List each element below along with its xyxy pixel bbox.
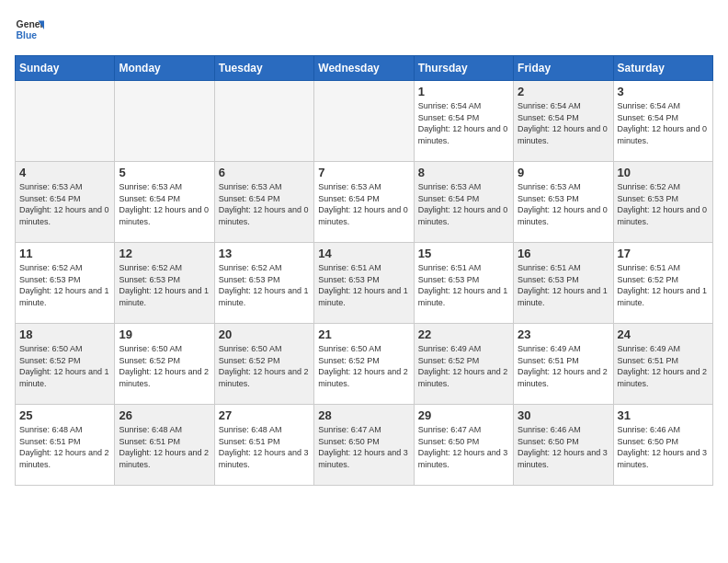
day-number: 23 <box>518 327 609 341</box>
day-info: Sunrise: 6:52 AM Sunset: 6:53 PM Dayligh… <box>219 262 310 308</box>
day-info: Sunrise: 6:48 AM Sunset: 6:51 PM Dayligh… <box>119 424 210 470</box>
day-number: 26 <box>119 408 210 422</box>
day-number: 2 <box>518 85 609 98</box>
day-info: Sunrise: 6:54 AM Sunset: 6:54 PM Dayligh… <box>518 100 609 146</box>
day-info: Sunrise: 6:47 AM Sunset: 6:50 PM Dayligh… <box>418 424 509 470</box>
day-number: 11 <box>19 247 110 260</box>
calendar-cell: 14Sunrise: 6:51 AM Sunset: 6:53 PM Dayli… <box>314 243 414 324</box>
calendar-cell: 24Sunrise: 6:49 AM Sunset: 6:51 PM Dayli… <box>613 324 712 405</box>
day-number: 16 <box>518 247 609 260</box>
weekday-header-thursday: Thursday <box>414 56 513 81</box>
day-info: Sunrise: 6:51 AM Sunset: 6:53 PM Dayligh… <box>418 262 509 308</box>
day-number: 13 <box>219 247 310 260</box>
day-info: Sunrise: 6:51 AM Sunset: 6:53 PM Dayligh… <box>518 262 609 308</box>
calendar-cell: 6Sunrise: 6:53 AM Sunset: 6:54 PM Daylig… <box>214 162 313 243</box>
calendar-cell: 27Sunrise: 6:48 AM Sunset: 6:51 PM Dayli… <box>214 405 313 486</box>
calendar-cell: 11Sunrise: 6:52 AM Sunset: 6:53 PM Dayli… <box>16 243 115 324</box>
calendar-cell: 29Sunrise: 6:47 AM Sunset: 6:50 PM Dayli… <box>414 405 513 486</box>
day-number: 28 <box>318 408 409 422</box>
calendar-week-1: 1Sunrise: 6:54 AM Sunset: 6:54 PM Daylig… <box>16 81 713 162</box>
calendar-cell: 7Sunrise: 6:53 AM Sunset: 6:54 PM Daylig… <box>314 162 414 243</box>
calendar-cell: 17Sunrise: 6:51 AM Sunset: 6:52 PM Dayli… <box>613 243 712 324</box>
calendar-cell: 30Sunrise: 6:46 AM Sunset: 6:50 PM Dayli… <box>514 405 613 486</box>
day-info: Sunrise: 6:53 AM Sunset: 6:53 PM Dayligh… <box>518 181 609 227</box>
weekday-header-sunday: Sunday <box>16 56 115 81</box>
calendar-cell: 4Sunrise: 6:53 AM Sunset: 6:54 PM Daylig… <box>16 162 115 243</box>
calendar-cell: 13Sunrise: 6:52 AM Sunset: 6:53 PM Dayli… <box>214 243 313 324</box>
calendar-cell: 31Sunrise: 6:46 AM Sunset: 6:50 PM Dayli… <box>613 405 712 486</box>
day-info: Sunrise: 6:53 AM Sunset: 6:54 PM Dayligh… <box>219 181 310 227</box>
day-number: 12 <box>119 247 210 260</box>
day-info: Sunrise: 6:54 AM Sunset: 6:54 PM Dayligh… <box>618 100 709 146</box>
calendar-cell: 20Sunrise: 6:50 AM Sunset: 6:52 PM Dayli… <box>214 324 313 405</box>
day-info: Sunrise: 6:53 AM Sunset: 6:54 PM Dayligh… <box>318 181 409 227</box>
day-info: Sunrise: 6:53 AM Sunset: 6:54 PM Dayligh… <box>418 181 509 227</box>
day-number: 19 <box>119 327 210 341</box>
day-info: Sunrise: 6:46 AM Sunset: 6:50 PM Dayligh… <box>618 424 709 470</box>
calendar-cell: 23Sunrise: 6:49 AM Sunset: 6:51 PM Dayli… <box>514 324 613 405</box>
calendar-cell: 12Sunrise: 6:52 AM Sunset: 6:53 PM Dayli… <box>115 243 214 324</box>
day-number: 30 <box>518 408 609 422</box>
day-info: Sunrise: 6:46 AM Sunset: 6:50 PM Dayligh… <box>518 424 609 470</box>
day-info: Sunrise: 6:49 AM Sunset: 6:51 PM Dayligh… <box>618 343 709 389</box>
calendar-cell: 25Sunrise: 6:48 AM Sunset: 6:51 PM Dayli… <box>16 405 115 486</box>
day-info: Sunrise: 6:48 AM Sunset: 6:51 PM Dayligh… <box>19 424 110 470</box>
calendar-week-4: 18Sunrise: 6:50 AM Sunset: 6:52 PM Dayli… <box>16 324 713 405</box>
calendar-cell: 22Sunrise: 6:49 AM Sunset: 6:52 PM Dayli… <box>414 324 513 405</box>
weekday-header-tuesday: Tuesday <box>214 56 313 81</box>
day-number: 4 <box>19 166 110 179</box>
calendar-cell: 21Sunrise: 6:50 AM Sunset: 6:52 PM Dayli… <box>314 324 414 405</box>
day-number: 8 <box>418 166 509 179</box>
day-info: Sunrise: 6:52 AM Sunset: 6:53 PM Dayligh… <box>19 262 110 308</box>
calendar-cell: 1Sunrise: 6:54 AM Sunset: 6:54 PM Daylig… <box>414 81 513 162</box>
day-number: 20 <box>219 327 310 341</box>
day-info: Sunrise: 6:51 AM Sunset: 6:53 PM Dayligh… <box>318 262 409 308</box>
calendar-table: SundayMondayTuesdayWednesdayThursdayFrid… <box>15 55 713 486</box>
calendar-cell <box>115 81 214 162</box>
day-info: Sunrise: 6:53 AM Sunset: 6:54 PM Dayligh… <box>19 181 110 227</box>
day-info: Sunrise: 6:49 AM Sunset: 6:52 PM Dayligh… <box>418 343 509 389</box>
calendar-cell: 19Sunrise: 6:50 AM Sunset: 6:52 PM Dayli… <box>115 324 214 405</box>
day-number: 17 <box>618 247 709 260</box>
svg-text:Blue: Blue <box>17 30 38 40</box>
day-number: 7 <box>318 166 409 179</box>
day-number: 25 <box>19 408 110 422</box>
calendar-cell: 15Sunrise: 6:51 AM Sunset: 6:53 PM Dayli… <box>414 243 513 324</box>
calendar-cell: 18Sunrise: 6:50 AM Sunset: 6:52 PM Dayli… <box>16 324 115 405</box>
calendar-cell: 26Sunrise: 6:48 AM Sunset: 6:51 PM Dayli… <box>115 405 214 486</box>
day-number: 31 <box>618 408 709 422</box>
calendar-week-2: 4Sunrise: 6:53 AM Sunset: 6:54 PM Daylig… <box>16 162 713 243</box>
calendar-cell: 10Sunrise: 6:52 AM Sunset: 6:53 PM Dayli… <box>613 162 712 243</box>
day-number: 6 <box>219 166 310 179</box>
day-number: 15 <box>418 247 509 260</box>
day-info: Sunrise: 6:54 AM Sunset: 6:54 PM Dayligh… <box>418 100 509 146</box>
weekday-header-monday: Monday <box>115 56 214 81</box>
day-info: Sunrise: 6:49 AM Sunset: 6:51 PM Dayligh… <box>518 343 609 389</box>
day-info: Sunrise: 6:50 AM Sunset: 6:52 PM Dayligh… <box>19 343 110 389</box>
weekday-header-wednesday: Wednesday <box>314 56 414 81</box>
page-header: General Blue <box>15 15 713 44</box>
calendar-cell: 16Sunrise: 6:51 AM Sunset: 6:53 PM Dayli… <box>514 243 613 324</box>
day-info: Sunrise: 6:47 AM Sunset: 6:50 PM Dayligh… <box>318 424 409 470</box>
day-number: 22 <box>418 327 509 341</box>
day-info: Sunrise: 6:53 AM Sunset: 6:54 PM Dayligh… <box>119 181 210 227</box>
logo-icon: General Blue <box>15 15 44 44</box>
calendar-week-3: 11Sunrise: 6:52 AM Sunset: 6:53 PM Dayli… <box>16 243 713 324</box>
day-number: 18 <box>19 327 110 341</box>
logo: General Blue <box>15 15 44 44</box>
calendar-cell <box>16 81 115 162</box>
day-number: 14 <box>318 247 409 260</box>
day-info: Sunrise: 6:50 AM Sunset: 6:52 PM Dayligh… <box>219 343 310 389</box>
day-info: Sunrise: 6:48 AM Sunset: 6:51 PM Dayligh… <box>219 424 310 470</box>
day-number: 27 <box>219 408 310 422</box>
day-number: 10 <box>618 166 709 179</box>
calendar-cell: 8Sunrise: 6:53 AM Sunset: 6:54 PM Daylig… <box>414 162 513 243</box>
day-number: 5 <box>119 166 210 179</box>
calendar-cell: 3Sunrise: 6:54 AM Sunset: 6:54 PM Daylig… <box>613 81 712 162</box>
day-number: 3 <box>618 85 709 98</box>
day-info: Sunrise: 6:51 AM Sunset: 6:52 PM Dayligh… <box>618 262 709 308</box>
calendar-week-5: 25Sunrise: 6:48 AM Sunset: 6:51 PM Dayli… <box>16 405 713 486</box>
day-info: Sunrise: 6:50 AM Sunset: 6:52 PM Dayligh… <box>318 343 409 389</box>
day-info: Sunrise: 6:52 AM Sunset: 6:53 PM Dayligh… <box>618 181 709 227</box>
calendar-cell: 2Sunrise: 6:54 AM Sunset: 6:54 PM Daylig… <box>514 81 613 162</box>
